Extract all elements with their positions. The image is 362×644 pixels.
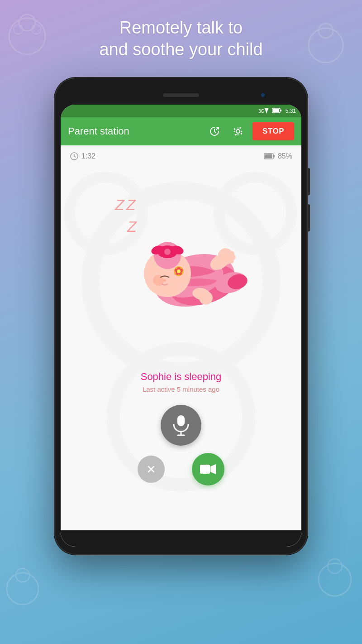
signal-icon: 3G xyxy=(258,107,268,115)
battery-status-icon xyxy=(272,107,282,115)
svg-point-7 xyxy=(16,568,29,582)
close-button[interactable] xyxy=(138,456,165,483)
history-button[interactable] xyxy=(205,122,224,140)
svg-text:3G: 3G xyxy=(258,109,265,114)
phone-mockup: 3G 5:31 Parent station xyxy=(54,77,308,555)
stats-row: 1:32 85% xyxy=(61,145,301,167)
svg-rect-54 xyxy=(177,415,185,426)
status-bar-time: 5:31 xyxy=(286,108,296,114)
svg-rect-14 xyxy=(272,109,279,112)
headline-line2: and soothe your child xyxy=(99,40,262,59)
phone-top-bar xyxy=(61,86,301,105)
video-button[interactable] xyxy=(192,453,224,485)
headline-text: Remotely talk to and soothe your child xyxy=(27,17,335,60)
app-toolbar: Parent station xyxy=(61,117,301,145)
bottom-controls xyxy=(61,400,301,499)
battery-stat: 85% xyxy=(264,152,292,160)
baby-illustration xyxy=(109,210,253,319)
svg-point-49 xyxy=(225,259,230,264)
svg-point-34 xyxy=(164,279,166,282)
android-status-bar: 3G 5:31 xyxy=(61,105,301,117)
svg-rect-13 xyxy=(280,110,281,111)
phone-outer: 3G 5:31 Parent station xyxy=(54,77,308,555)
last-activity: Last active 5 minutes ago xyxy=(70,385,292,393)
headline-area: Remotely talk to and soothe your child xyxy=(0,0,362,73)
svg-rect-23 xyxy=(265,154,272,159)
svg-point-15 xyxy=(236,130,240,133)
phone-camera xyxy=(261,93,265,97)
settings-button[interactable] xyxy=(229,122,247,140)
phone-bottom-bar xyxy=(61,530,301,547)
svg-point-33 xyxy=(164,249,171,255)
svg-rect-22 xyxy=(273,155,275,158)
baby-illustration-area: ZZ Z xyxy=(61,167,301,357)
phone-screen: 3G 5:31 Parent station xyxy=(61,105,301,547)
timer-stat: 1:32 xyxy=(70,152,95,161)
baby-name-status: Sophie is sleeping xyxy=(70,371,292,383)
microphone-button[interactable] xyxy=(161,405,201,446)
headline-line1: Remotely talk to xyxy=(119,18,243,37)
svg-rect-59 xyxy=(200,465,210,474)
svg-point-8 xyxy=(319,563,351,596)
svg-marker-11 xyxy=(265,108,268,114)
svg-point-51 xyxy=(199,291,213,305)
phone-speaker xyxy=(163,93,199,97)
timer-value: 1:32 xyxy=(81,152,95,160)
svg-point-9 xyxy=(328,559,342,573)
svg-point-6 xyxy=(7,573,38,605)
toolbar-title: Parent station xyxy=(68,125,200,137)
baby-status-area: Sophie is sleeping Last active 5 minutes… xyxy=(61,357,301,400)
stop-button[interactable]: STOP xyxy=(252,122,294,140)
svg-point-42 xyxy=(177,269,181,273)
action-buttons-row xyxy=(138,453,224,485)
app-content: 1:32 85% ZZ Z xyxy=(61,145,301,530)
battery-value: 85% xyxy=(278,152,292,160)
